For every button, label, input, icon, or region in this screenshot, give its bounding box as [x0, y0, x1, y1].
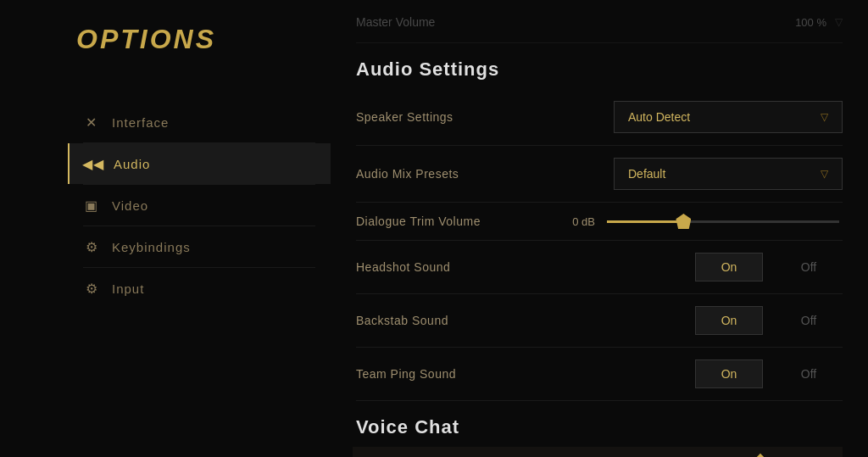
- sidebar-label-interface: Interface: [112, 115, 169, 130]
- sidebar-item-video[interactable]: ▣ Video: [68, 185, 331, 226]
- audio-icon: ◀◀: [85, 155, 102, 172]
- sidebar: ✕ Interface ◀◀ Audio ▣ Video ⚙ Keybindin…: [68, 0, 331, 457]
- backstab-sound-off-label[interactable]: Off: [775, 307, 843, 334]
- headshot-sound-row: Headshot Sound On Off: [356, 241, 843, 294]
- master-volume-value: 100 %: [795, 16, 826, 29]
- master-volume-arrow: ▽: [835, 16, 843, 28]
- speaker-settings-row: Speaker Settings Auto Detect ▽: [356, 89, 843, 146]
- interface-icon: ✕: [83, 114, 100, 131]
- speaker-settings-label: Speaker Settings: [356, 110, 614, 124]
- team-ping-sound-on-button[interactable]: On: [695, 359, 763, 388]
- video-icon: ▣: [83, 197, 100, 214]
- backstab-sound-row: Backstab Sound On Off: [356, 294, 843, 348]
- dialogue-trim-control: 0 dB: [563, 215, 843, 228]
- sidebar-label-keybindings: Keybindings: [112, 240, 191, 254]
- speaker-settings-control[interactable]: Auto Detect ▽: [614, 101, 843, 133]
- audio-mix-dropdown[interactable]: Default ▽: [614, 158, 843, 190]
- backstab-sound-control: On Off: [695, 306, 843, 335]
- sidebar-item-keybindings[interactable]: ⚙ Keybindings: [68, 226, 331, 267]
- team-ping-sound-off-label[interactable]: Off: [775, 360, 843, 387]
- voice-chat-section-header: Voice Chat: [356, 401, 843, 447]
- team-ping-sound-label: Team Ping Sound: [356, 367, 695, 381]
- master-volume-row: Master Volume 100 % ▽: [356, 0, 843, 43]
- headshot-sound-control: On Off: [695, 253, 843, 281]
- speaker-settings-arrow: ▽: [821, 111, 828, 123]
- audio-mix-arrow: ▽: [821, 168, 828, 180]
- sidebar-label-video: Video: [112, 198, 148, 213]
- dialogue-trim-track[interactable]: [607, 220, 839, 223]
- speaker-settings-value: Auto Detect: [628, 110, 690, 124]
- audio-mix-label: Audio Mix Presets: [356, 167, 614, 181]
- audio-section-header: Audio Settings: [356, 43, 843, 89]
- audio-mix-value: Default: [628, 167, 665, 181]
- sidebar-item-audio[interactable]: ◀◀ Audio: [68, 143, 331, 184]
- sidebar-item-interface[interactable]: ✕ Interface: [68, 102, 331, 142]
- backstab-sound-on-button[interactable]: On: [695, 306, 763, 335]
- voice-chat-volume-row: Voice Chat Volume 66 %: [353, 447, 843, 457]
- main-content: Master Volume 100 % ▽ Audio Settings Spe…: [348, 0, 860, 457]
- team-ping-sound-control: On Off: [695, 359, 843, 388]
- sidebar-item-input[interactable]: ⚙ Input: [68, 268, 331, 309]
- sidebar-label-input: Input: [112, 281, 144, 296]
- keybindings-icon: ⚙: [83, 238, 100, 255]
- dialogue-trim-row: Dialogue Trim Volume 0 dB: [356, 203, 843, 241]
- master-volume-label: Master Volume: [356, 15, 795, 29]
- sidebar-label-audio: Audio: [114, 157, 150, 171]
- dialogue-trim-label: Dialogue Trim Volume: [356, 215, 563, 228]
- headshot-sound-off-label[interactable]: Off: [775, 254, 843, 281]
- team-ping-sound-row: Team Ping Sound On Off: [356, 348, 843, 401]
- headshot-sound-label: Headshot Sound: [356, 260, 695, 274]
- input-icon: ⚙: [83, 280, 100, 297]
- backstab-sound-label: Backstab Sound: [356, 314, 695, 327]
- speaker-settings-dropdown[interactable]: Auto Detect ▽: [614, 101, 843, 133]
- dialogue-trim-value: 0 dB: [563, 215, 595, 228]
- audio-mix-control[interactable]: Default ▽: [614, 158, 843, 190]
- headshot-sound-on-button[interactable]: On: [695, 253, 763, 281]
- dialogue-trim-fill: [607, 220, 683, 223]
- voice-chat-volume-thumb[interactable]: [748, 454, 772, 457]
- dialogue-trim-thumb[interactable]: [676, 214, 691, 229]
- audio-mix-row: Audio Mix Presets Default ▽: [356, 146, 843, 203]
